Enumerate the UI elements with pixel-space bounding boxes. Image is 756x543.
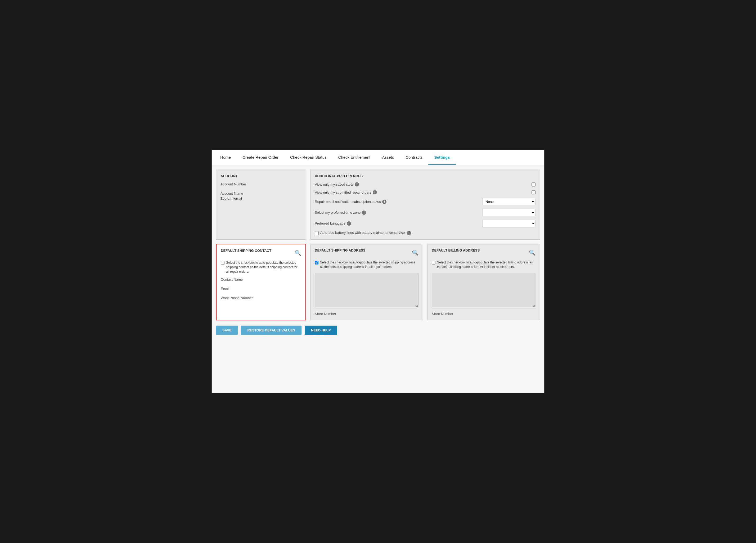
restore-button[interactable]: RESTORE DEFAULT VALUES xyxy=(241,325,301,335)
pref-control-email-notif: None All Shipped Completed xyxy=(483,198,535,205)
info-icon-saved-carts[interactable]: i xyxy=(355,182,359,187)
save-button[interactable]: SAVE xyxy=(216,325,238,335)
additional-prefs-title: ADDITIONAL PREFERENCES xyxy=(315,174,535,178)
app-container: Home Create Repair Order Check Repair St… xyxy=(211,150,545,393)
select-language[interactable] xyxy=(483,220,535,227)
shipping-address-title: DEFAULT SHIPPING ADDRESS xyxy=(315,249,365,252)
checkbox-shipping-address[interactable] xyxy=(315,261,318,265)
pref-row-email-notif: Repair email notification subscription s… xyxy=(315,198,535,205)
account-panel-title: ACCOUNT xyxy=(221,174,301,178)
nav-item-contracts[interactable]: Contracts xyxy=(400,150,428,165)
shipping-address-panel: DEFAULT SHIPPING ADDRESS 🔍 Select the ch… xyxy=(310,244,423,320)
info-icon-language[interactable]: i xyxy=(347,222,351,226)
pref-control-submitted-orders xyxy=(532,191,535,195)
nav-item-check-entitlement[interactable]: Check Entitlement xyxy=(332,150,376,165)
shipping-address-header: DEFAULT SHIPPING ADDRESS 🔍 xyxy=(315,249,419,257)
search-icon-shipping-address[interactable]: 🔍 xyxy=(412,250,419,256)
shipping-contact-checkbox-row: Select the checkbox to auto-populate the… xyxy=(221,261,301,274)
shipping-address-checkbox-row: Select the checkbox to auto-populate the… xyxy=(315,260,419,269)
billing-address-textarea[interactable] xyxy=(432,273,535,307)
billing-address-title: DEFAULT BILLING ADDRESS xyxy=(432,249,480,252)
pref-label-timezone: Select my preferred time zone i xyxy=(315,211,483,215)
additional-prefs-panel: ADDITIONAL PREFERENCES View only my save… xyxy=(310,170,540,240)
pref-row-submitted-orders: View only my submitted repair orders i xyxy=(315,190,535,195)
work-phone-label: Work Phone Number xyxy=(221,296,301,300)
contact-name-label: Contact Name xyxy=(221,277,301,281)
pref-row-battery: Auto-add battery lines with battery main… xyxy=(315,231,535,235)
pref-control-language xyxy=(483,220,535,227)
nav-bar: Home Create Repair Order Check Repair St… xyxy=(212,150,544,165)
bottom-row: DEFAULT SHIPPING CONTACT 🔍 Select the ch… xyxy=(216,244,540,320)
nav-item-create-repair-order[interactable]: Create Repair Order xyxy=(237,150,284,165)
account-name-value: Zebra Internal xyxy=(221,197,301,201)
search-icon-billing-address[interactable]: 🔍 xyxy=(529,250,535,256)
pref-row-timezone: Select my preferred time zone i xyxy=(315,209,535,216)
nav-item-home[interactable]: Home xyxy=(214,150,237,165)
shipping-address-textarea[interactable] xyxy=(315,273,419,307)
checkbox-billing-address[interactable] xyxy=(432,261,435,265)
nav-item-assets[interactable]: Assets xyxy=(376,150,400,165)
billing-address-header: DEFAULT BILLING ADDRESS 🔍 xyxy=(432,249,535,257)
pref-label-saved-carts: View only my saved carts i xyxy=(315,182,532,187)
account-number-label: Account Number xyxy=(221,182,301,186)
select-email-notif[interactable]: None All Shipped Completed xyxy=(483,198,535,205)
checkbox-battery[interactable] xyxy=(315,231,319,235)
nav-item-check-repair-status[interactable]: Check Repair Status xyxy=(284,150,332,165)
billing-store-number-label: Store Number xyxy=(432,312,535,316)
select-timezone[interactable] xyxy=(483,209,535,216)
pref-control-timezone xyxy=(483,209,535,216)
shipping-store-number-label: Store Number xyxy=(315,312,419,316)
billing-address-panel: DEFAULT BILLING ADDRESS 🔍 Select the che… xyxy=(427,244,540,320)
billing-address-checkbox-row: Select the checkbox to auto-populate the… xyxy=(432,260,535,269)
pref-row-language: Preferred Language i xyxy=(315,220,535,227)
shipping-contact-title: DEFAULT SHIPPING CONTACT xyxy=(221,249,271,253)
email-label: Email xyxy=(221,287,301,291)
shipping-contact-panel: DEFAULT SHIPPING CONTACT 🔍 Select the ch… xyxy=(216,244,306,320)
top-row: ACCOUNT Account Number Account Name Zebr… xyxy=(216,170,540,240)
shipping-contact-header: DEFAULT SHIPPING CONTACT 🔍 xyxy=(221,249,301,257)
pref-label-language: Preferred Language i xyxy=(315,222,483,226)
action-buttons: SAVE RESTORE DEFAULT VALUES NEED HELP xyxy=(216,324,540,336)
account-panel: ACCOUNT Account Number Account Name Zebr… xyxy=(216,170,306,240)
info-icon-timezone[interactable]: i xyxy=(362,211,366,215)
help-button[interactable]: NEED HELP xyxy=(305,325,337,335)
pref-label-email-notif: Repair email notification subscription s… xyxy=(315,200,483,204)
info-icon-email-notif[interactable]: i xyxy=(382,200,386,204)
info-icon-submitted-orders[interactable]: i xyxy=(373,190,377,195)
battery-label: Auto-add battery lines with battery main… xyxy=(320,231,411,235)
pref-label-submitted-orders: View only my submitted repair orders i xyxy=(315,190,532,195)
checkbox-submitted-orders[interactable] xyxy=(532,191,535,195)
account-name-label: Account Name xyxy=(221,192,301,196)
checkbox-saved-carts[interactable] xyxy=(532,183,535,187)
info-icon-battery[interactable]: i xyxy=(407,231,411,235)
search-icon-shipping-contact[interactable]: 🔍 xyxy=(295,250,301,256)
checkbox-shipping-contact[interactable] xyxy=(221,261,224,265)
pref-control-saved-carts xyxy=(532,183,535,187)
pref-row-saved-carts: View only my saved carts i xyxy=(315,182,535,187)
main-content: ACCOUNT Account Number Account Name Zebr… xyxy=(212,165,544,393)
nav-item-settings[interactable]: Settings xyxy=(428,150,456,165)
